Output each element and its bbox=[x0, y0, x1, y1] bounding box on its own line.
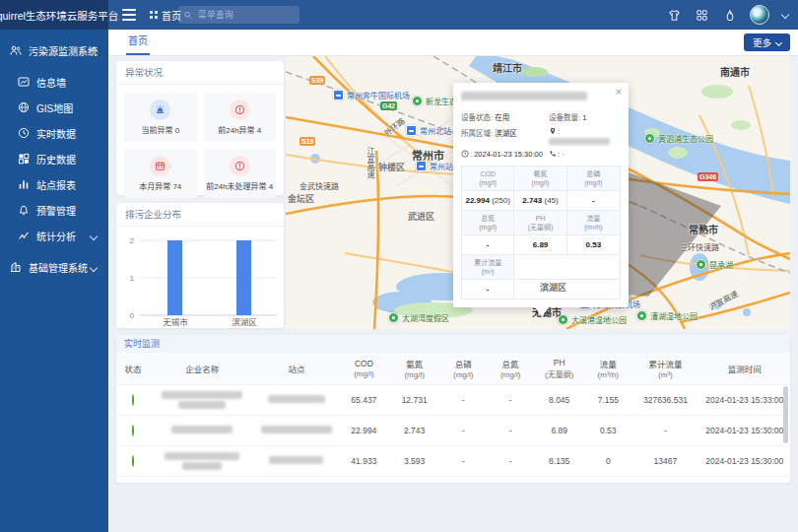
distribution-bar-chart: 0 1 2 无锡市 滨湖区 bbox=[116, 229, 284, 327]
table-row[interactable]: 22.994 2.743 - - 6.89 0.53 - 2024-01-23 … bbox=[116, 416, 790, 446]
location-pin-icon bbox=[549, 127, 557, 135]
stats-icon bbox=[18, 230, 30, 241]
status-dot-green bbox=[132, 394, 134, 406]
sidebar-item-info-wall[interactable]: 信息墙 bbox=[0, 69, 108, 95]
train-station-icon bbox=[406, 125, 417, 136]
tab-bar: 首页 更多 bbox=[108, 30, 798, 56]
park-icon bbox=[636, 310, 647, 321]
map-label-city: 南通市 bbox=[720, 64, 750, 79]
road-badge: G346 bbox=[698, 172, 718, 181]
flame-icon[interactable] bbox=[722, 8, 737, 23]
svg-text:0: 0 bbox=[130, 311, 135, 320]
search-input[interactable] bbox=[196, 9, 294, 21]
topbar-home-link[interactable]: 首页 bbox=[150, 0, 181, 30]
card-label: 前24h未处理异常 4 bbox=[206, 180, 273, 191]
menu-search-box[interactable] bbox=[178, 6, 299, 24]
sidebar-item-pollution-system[interactable]: 污染源监测系统 bbox=[0, 37, 108, 63]
enterprise-distribution-panel: 排污企业分布 0 1 2 无锡市 滨湖区 bbox=[116, 203, 284, 328]
card-24h-abnormal[interactable]: 前24h异常 4 bbox=[204, 93, 277, 142]
redacted-company-name bbox=[162, 391, 242, 399]
bell-icon bbox=[18, 204, 30, 216]
redacted-company-title bbox=[461, 92, 587, 100]
hamburger-menu-icon[interactable] bbox=[122, 9, 136, 21]
phone-label: : bbox=[558, 150, 560, 159]
popup-close-button[interactable]: × bbox=[616, 87, 622, 98]
alert-circle-icon bbox=[230, 100, 250, 120]
globe-icon bbox=[18, 101, 30, 113]
popup-tail bbox=[534, 306, 550, 316]
layout-panels-icon[interactable] bbox=[695, 8, 709, 23]
sidebar-item-label: 基础管理系统 bbox=[29, 260, 88, 275]
realtime-monitor-table: 实时监测 状态 企业名称 站点 COD(mg/l) 氨氮(mg/l) 总磷(mg… bbox=[116, 335, 790, 483]
user-avatar[interactable] bbox=[750, 5, 769, 25]
map-label-district: 滨湖区 bbox=[540, 281, 566, 294]
sidebar-item-label: 统计分析 bbox=[36, 229, 76, 243]
map-label-district: 钟楼区 bbox=[378, 161, 405, 173]
monitor-table-title: 实时监测 bbox=[116, 335, 790, 353]
tab-home[interactable]: 首页 bbox=[126, 30, 150, 55]
sidebar-item-label: 实时数据 bbox=[36, 126, 76, 141]
building-icon bbox=[10, 261, 22, 273]
road-badge: S19 bbox=[299, 137, 315, 146]
redacted-company-name bbox=[165, 452, 239, 460]
gis-map[interactable]: 靖江市 南通市 常州市 无锡市 常熟市 钟楼区 武进区 金坛区 滨湖区 外环路 … bbox=[286, 56, 790, 329]
redacted-address bbox=[549, 138, 610, 145]
bar-wuxi bbox=[167, 240, 182, 315]
map-poi-label: 太湖湾度假区 bbox=[402, 312, 449, 323]
sidebar-item-history-data[interactable]: 历史数据 bbox=[0, 146, 108, 171]
map-poi-label: 常州站 bbox=[430, 161, 453, 171]
chevron-down-icon bbox=[775, 38, 782, 45]
sidebar-nav: 污染源监测系统 信息墙 GIS地图 实时数据 历史数据 站点报表 预警管理 统计… bbox=[0, 30, 108, 532]
park-icon bbox=[644, 133, 655, 144]
redacted-company-name bbox=[171, 426, 233, 433]
park-icon bbox=[696, 259, 706, 270]
time-label: : bbox=[470, 150, 472, 159]
park-icon bbox=[558, 314, 568, 325]
redacted-station-name bbox=[269, 456, 323, 464]
device-count-value: 1 bbox=[582, 113, 586, 122]
sidebar-item-site-report[interactable]: 站点报表 bbox=[0, 171, 108, 197]
sidebar-item-base-system[interactable]: 基础管理系统 bbox=[0, 254, 108, 280]
bar-binhu bbox=[236, 240, 251, 315]
theme-skin-icon[interactable] bbox=[667, 8, 682, 23]
svg-text:1: 1 bbox=[130, 274, 135, 283]
phone-value: · bbox=[562, 150, 565, 159]
abnormal-panel-title: 异常状况 bbox=[116, 61, 284, 85]
device-status-value: 在用 bbox=[495, 113, 509, 122]
map-poi-label: 昆承湖 bbox=[709, 259, 733, 270]
table-scrollbar[interactable] bbox=[783, 386, 788, 443]
status-dot-green bbox=[132, 425, 134, 436]
svg-text:2: 2 bbox=[130, 236, 135, 245]
svg-text:滨湖区: 滨湖区 bbox=[232, 317, 257, 327]
map-poi-label: 常州北站 bbox=[420, 125, 451, 136]
map-label-district: 武进区 bbox=[408, 210, 434, 223]
sidebar-item-alert-management[interactable]: 预警管理 bbox=[0, 197, 108, 223]
top-bar: Squirrel生态环境云服务平台 首页 bbox=[0, 0, 798, 30]
chevron-down-icon[interactable] bbox=[781, 11, 789, 19]
map-poi-label: 漕湖湿地公园 bbox=[650, 310, 698, 321]
card-current-abnormal[interactable]: 当前异常 0 bbox=[124, 93, 197, 142]
clock-icon bbox=[461, 150, 469, 158]
redacted-company-name bbox=[182, 462, 222, 470]
card-24h-unhandled-abnormal[interactable]: 前24h未处理异常 4 bbox=[204, 149, 277, 198]
search-icon bbox=[184, 11, 192, 20]
road-badge: S39 bbox=[309, 76, 325, 85]
sidebar-item-realtime-data[interactable]: 实时数据 bbox=[0, 120, 108, 146]
road-badge: G42 bbox=[380, 101, 397, 110]
siren-icon bbox=[150, 100, 170, 120]
table-row[interactable]: 65.437 12.731 - - 8.045 7.155 327636.531… bbox=[116, 385, 790, 416]
home-grid-icon bbox=[150, 11, 158, 19]
more-button[interactable]: 更多 bbox=[744, 33, 790, 51]
card-month-abnormal[interactable]: 本月异常 74 bbox=[124, 149, 197, 198]
redacted-station-name bbox=[268, 395, 325, 403]
sidebar-item-statistics[interactable]: 统计分析 bbox=[0, 223, 108, 248]
airport-icon bbox=[333, 90, 344, 100]
redacted-company-name bbox=[178, 401, 226, 409]
table-row[interactable]: 41.933 3.593 - - 8.135 0 13467 2024-01-2… bbox=[116, 446, 790, 477]
abnormal-status-panel: 异常状况 当前异常 0 前24h异常 4 本月异常 74 前24h未处理异常 4 bbox=[116, 61, 284, 195]
sidebar-item-label: 历史数据 bbox=[36, 152, 76, 166]
users-icon bbox=[10, 44, 22, 56]
sidebar-item-gis-map[interactable]: GIS地图 bbox=[0, 95, 108, 120]
card-label: 本月异常 74 bbox=[139, 180, 181, 191]
park-icon bbox=[412, 96, 423, 106]
